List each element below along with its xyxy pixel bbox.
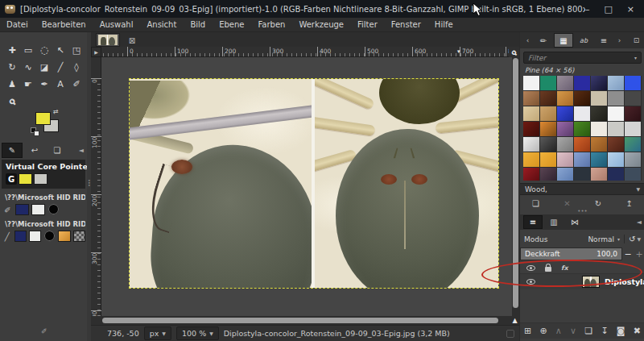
canvas-viewport[interactable] bbox=[101, 57, 512, 316]
pattern-swatch[interactable] bbox=[574, 137, 590, 152]
pattern-swatch[interactable] bbox=[540, 137, 556, 152]
pattern-swatch[interactable] bbox=[608, 137, 624, 152]
pattern-swatch[interactable] bbox=[608, 76, 624, 90]
brush-tip-icon[interactable] bbox=[43, 231, 56, 242]
pattern-swatch[interactable] bbox=[591, 152, 607, 167]
menu-item[interactable]: Auswahl bbox=[100, 20, 134, 29]
merge-down-button[interactable]: ↧ bbox=[601, 326, 608, 336]
maximize-button[interactable]: □ bbox=[604, 4, 612, 15]
active-tool-badge[interactable]: G bbox=[6, 173, 17, 185]
image-tab[interactable] bbox=[96, 33, 120, 47]
pattern-swatch[interactable] bbox=[540, 122, 556, 136]
menu-item[interactable]: Ebene bbox=[219, 20, 244, 29]
foreground-color-swatch[interactable] bbox=[35, 112, 51, 125]
tabs-prev-icon[interactable]: ‹ bbox=[522, 33, 533, 48]
collapse-dock-icon[interactable]: ◄ bbox=[79, 147, 85, 154]
menu-item[interactable]: Filter bbox=[357, 20, 378, 29]
pattern-swatch[interactable] bbox=[540, 168, 556, 181]
horizontal-scrollbar-thumb[interactable] bbox=[102, 318, 498, 323]
pattern-swatch[interactable] bbox=[540, 106, 556, 121]
menu-item[interactable]: Bearbeiten bbox=[42, 20, 86, 29]
pattern-swatch[interactable] bbox=[625, 168, 641, 181]
pattern-swatch[interactable] bbox=[557, 122, 573, 136]
zoom-follow-window-icon[interactable]: ϙ bbox=[509, 47, 519, 57]
pattern-filter-input[interactable]: Filter ▾ bbox=[523, 52, 642, 64]
default-colors-icon[interactable] bbox=[31, 127, 36, 133]
pattern-swatch[interactable] bbox=[574, 168, 590, 181]
visibility-eye-icon[interactable] bbox=[526, 265, 535, 271]
navigation-icon[interactable]: ▲ bbox=[510, 316, 519, 325]
mode-switch-button[interactable]: ↺ ▼ bbox=[624, 235, 641, 243]
menu-item[interactable]: Bild bbox=[190, 20, 205, 29]
pattern-swatch[interactable] bbox=[557, 152, 573, 167]
paths-tool[interactable]: ✒ bbox=[36, 76, 52, 92]
gradient-swatch[interactable] bbox=[73, 231, 85, 242]
refresh-patterns-button[interactable]: ↻ bbox=[595, 199, 601, 208]
pattern-swatch[interactable] bbox=[557, 168, 573, 181]
airbrush-icon[interactable]: ✐ bbox=[2, 205, 13, 215]
layer-row[interactable]: Diplostyla-concolo bbox=[520, 274, 644, 289]
bucket-fill-tool[interactable]: ◪ bbox=[36, 59, 52, 75]
pattern-swatch[interactable] bbox=[58, 231, 70, 242]
lower-layer-button[interactable]: ∨ bbox=[570, 326, 576, 336]
minimize-button[interactable]: – bbox=[585, 4, 590, 15]
pattern-swatch[interactable] bbox=[574, 91, 590, 106]
tab-layers[interactable]: ≡ bbox=[523, 215, 543, 229]
unit-select[interactable]: px▼ bbox=[144, 326, 171, 340]
pattern-swatch[interactable] bbox=[574, 106, 590, 121]
pattern-swatch[interactable] bbox=[523, 168, 539, 181]
new-group-button[interactable]: ⊕ bbox=[539, 326, 547, 336]
duplicate-pattern-button[interactable]: ❏ bbox=[532, 199, 539, 208]
menu-item[interactable]: Datei bbox=[6, 20, 28, 29]
move-tool[interactable]: ✚ bbox=[4, 42, 20, 58]
device-bg-swatch[interactable] bbox=[31, 204, 45, 215]
smudge-tool[interactable]: ☛ bbox=[20, 76, 36, 92]
pattern-swatch[interactable] bbox=[523, 91, 539, 106]
pattern-swatch[interactable] bbox=[540, 76, 556, 90]
pattern-swatch[interactable] bbox=[523, 106, 539, 121]
pattern-swatch[interactable] bbox=[591, 106, 607, 121]
empty-image-tab[interactable]: ⊠ bbox=[125, 34, 139, 47]
ink-tool[interactable]: ✐ bbox=[68, 76, 85, 92]
pattern-swatch[interactable] bbox=[557, 137, 573, 152]
pattern-swatch[interactable] bbox=[557, 76, 573, 90]
pattern-swatch[interactable] bbox=[625, 152, 641, 167]
paintbrush-icon[interactable]: ╱ bbox=[2, 231, 12, 242]
pattern-swatch[interactable] bbox=[591, 168, 607, 181]
crop-tool[interactable]: ◳ bbox=[68, 42, 85, 58]
pattern-swatch[interactable] bbox=[574, 76, 590, 90]
device-fg-swatch[interactable] bbox=[14, 231, 27, 242]
pattern-swatch[interactable] bbox=[591, 137, 607, 152]
menu-item[interactable]: Fenster bbox=[391, 20, 421, 29]
opacity-increase-button[interactable]: + bbox=[634, 249, 644, 260]
collapse-dock-icon[interactable]: ◄ bbox=[637, 218, 642, 226]
close-button[interactable]: × bbox=[627, 4, 634, 15]
gradient-tool[interactable]: ╱ bbox=[52, 59, 68, 75]
menu-item[interactable]: Ansicht bbox=[147, 20, 176, 29]
layer-mask-button[interactable]: ◙ bbox=[617, 326, 625, 336]
swap-colors-icon[interactable]: ⇄ bbox=[53, 108, 59, 115]
tab-images[interactable]: ❏ bbox=[47, 143, 68, 158]
selected-pattern-bar[interactable]: Wood, ▼ bbox=[520, 183, 644, 195]
pattern-swatch[interactable] bbox=[625, 122, 641, 136]
tab-document-history[interactable]: ≡ bbox=[594, 33, 613, 48]
tab-patterns[interactable]: ▦ bbox=[554, 33, 573, 48]
pattern-swatch[interactable] bbox=[591, 76, 607, 90]
configure-tab-icon[interactable]: ⊡ bbox=[630, 36, 642, 44]
pattern-swatch[interactable] bbox=[574, 122, 590, 136]
brush-tip-icon[interactable] bbox=[47, 204, 61, 215]
text-tool[interactable]: A bbox=[52, 76, 68, 92]
clone-tool[interactable]: ♟ bbox=[4, 76, 20, 92]
tab-undo-history[interactable]: ↩ bbox=[24, 143, 45, 158]
titlebar[interactable]: [Diplostyla-concolor_Rotenstein_09-09_03… bbox=[0, 0, 644, 18]
opacity-slider[interactable]: Deckkraft 100,0 bbox=[520, 247, 622, 260]
delete-layer-button[interactable]: ✖ bbox=[634, 326, 641, 336]
tab-paths[interactable]: ⋈ bbox=[565, 215, 584, 229]
pattern-swatch[interactable] bbox=[540, 91, 556, 106]
pattern-swatch[interactable] bbox=[608, 122, 624, 136]
tab-fonts[interactable]: ab bbox=[574, 33, 593, 48]
pattern-swatch[interactable] bbox=[574, 152, 590, 167]
mode-select[interactable]: Normal ▾ bbox=[588, 235, 620, 243]
tab-brushes[interactable]: ✏ bbox=[534, 33, 553, 48]
pattern-swatch[interactable] bbox=[625, 91, 641, 106]
